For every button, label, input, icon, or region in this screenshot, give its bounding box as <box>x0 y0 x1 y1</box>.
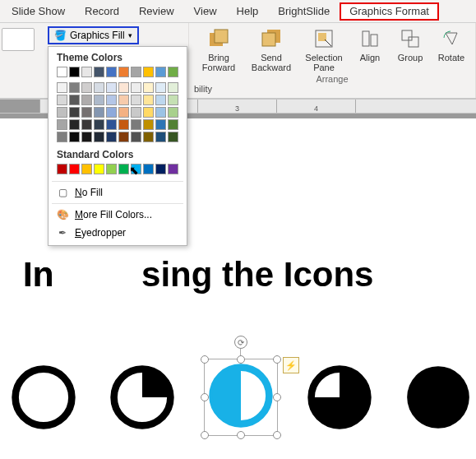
color-swatch[interactable] <box>118 119 129 130</box>
color-swatch[interactable] <box>131 82 141 93</box>
color-swatch[interactable] <box>143 164 154 174</box>
color-swatch[interactable] <box>81 164 92 174</box>
selected-shape[interactable]: ⟳ ⚡ <box>206 360 276 434</box>
resize-handle[interactable] <box>237 431 245 439</box>
color-swatch[interactable] <box>94 119 104 130</box>
color-swatch[interactable] <box>57 119 67 130</box>
color-swatch[interactable] <box>57 132 67 142</box>
color-swatch[interactable] <box>81 67 92 77</box>
circle-icon-full[interactable] <box>403 362 474 433</box>
color-swatch[interactable] <box>155 164 166 174</box>
tab-review[interactable]: Review <box>129 0 184 22</box>
tab-record[interactable]: Record <box>75 0 129 22</box>
color-swatch[interactable] <box>118 164 129 174</box>
bring-forward-button[interactable]: Bring Forward <box>196 26 242 72</box>
color-swatch[interactable] <box>69 164 80 174</box>
color-swatch[interactable] <box>131 164 141 174</box>
color-swatch[interactable] <box>81 82 92 93</box>
color-swatch[interactable] <box>155 95 166 105</box>
color-swatch[interactable] <box>69 119 80 130</box>
color-swatch[interactable] <box>168 82 178 93</box>
circle-icon-quarter[interactable] <box>107 362 178 433</box>
color-swatch[interactable] <box>106 119 117 130</box>
color-swatch[interactable] <box>118 132 129 142</box>
color-swatch[interactable] <box>94 164 104 174</box>
color-swatch[interactable] <box>131 107 141 118</box>
color-swatch[interactable] <box>106 95 117 105</box>
color-swatch[interactable] <box>106 82 117 93</box>
graphics-fill-button[interactable]: 🪣 Graphics Fill ▾ <box>48 26 139 44</box>
color-swatch[interactable] <box>94 82 104 93</box>
color-swatch[interactable] <box>106 67 117 77</box>
align-button[interactable]: Align <box>354 26 386 72</box>
color-swatch[interactable] <box>118 107 129 118</box>
color-swatch[interactable] <box>155 107 166 118</box>
color-swatch[interactable] <box>69 107 80 118</box>
smart-tag-icon[interactable]: ⚡ <box>283 357 299 373</box>
resize-handle[interactable] <box>237 355 245 364</box>
color-swatch[interactable] <box>143 107 154 118</box>
tab-brightslide[interactable]: BrightSlide <box>268 0 340 22</box>
color-swatch[interactable] <box>155 82 166 93</box>
circle-icon-three-quarter[interactable] <box>304 362 375 433</box>
color-swatch[interactable] <box>57 164 67 174</box>
color-swatch[interactable] <box>118 95 129 105</box>
color-swatch[interactable] <box>81 95 92 105</box>
color-swatch[interactable] <box>168 67 178 77</box>
color-swatch[interactable] <box>131 132 141 142</box>
selection-pane-button[interactable]: Selection Pane <box>301 26 347 72</box>
color-swatch[interactable] <box>106 132 117 142</box>
tab-slide-show[interactable]: Slide Show <box>2 0 75 22</box>
rotate-button[interactable]: Rotate <box>434 26 469 72</box>
color-swatch[interactable] <box>155 132 166 142</box>
color-swatch[interactable] <box>94 67 104 77</box>
resize-handle[interactable] <box>273 393 281 401</box>
tab-graphics-format[interactable]: Graphics Format <box>340 2 439 21</box>
rotate-handle-icon[interactable]: ⟳ <box>234 336 247 349</box>
color-swatch[interactable] <box>106 107 117 118</box>
color-swatch[interactable] <box>106 164 117 174</box>
color-swatch[interactable] <box>81 132 92 142</box>
resize-handle[interactable] <box>201 355 209 364</box>
resize-handle[interactable] <box>273 355 281 364</box>
color-swatch[interactable] <box>168 119 178 130</box>
send-backward-button[interactable]: Send Backward <box>248 26 294 72</box>
more-fill-colors-item[interactable]: 🎨 More Fill Colors... <box>49 206 187 224</box>
tab-view[interactable]: View <box>184 0 227 22</box>
color-swatch[interactable] <box>168 132 178 142</box>
no-fill-item[interactable]: ▢ No Fill <box>49 183 187 202</box>
color-swatch[interactable] <box>155 119 166 130</box>
color-swatch[interactable] <box>94 95 104 105</box>
color-swatch[interactable] <box>143 95 154 105</box>
color-swatch[interactable] <box>118 82 129 93</box>
resize-handle[interactable] <box>273 431 281 439</box>
color-swatch[interactable] <box>168 164 178 174</box>
color-swatch[interactable] <box>143 82 154 93</box>
color-swatch[interactable] <box>57 95 67 105</box>
color-swatch[interactable] <box>168 95 178 105</box>
color-swatch[interactable] <box>118 67 129 77</box>
color-swatch[interactable] <box>69 132 80 142</box>
color-swatch[interactable] <box>131 67 141 77</box>
color-swatch[interactable] <box>57 82 67 93</box>
color-swatch[interactable] <box>143 119 154 130</box>
color-swatch[interactable] <box>94 107 104 118</box>
color-swatch[interactable] <box>131 95 141 105</box>
circle-icon-empty[interactable] <box>8 362 79 433</box>
resize-handle[interactable] <box>201 431 209 439</box>
tab-help[interactable]: Help <box>227 0 269 22</box>
color-swatch[interactable] <box>69 82 80 93</box>
color-swatch[interactable] <box>131 119 141 130</box>
group-button[interactable]: Group <box>393 26 427 72</box>
color-swatch[interactable] <box>69 67 80 77</box>
color-swatch[interactable] <box>81 107 92 118</box>
slide-thumbnail[interactable] <box>2 28 35 51</box>
color-swatch[interactable] <box>94 132 104 142</box>
color-swatch[interactable] <box>143 132 154 142</box>
color-swatch[interactable] <box>155 67 166 77</box>
color-swatch[interactable] <box>69 95 80 105</box>
color-swatch[interactable] <box>168 107 178 118</box>
eyedropper-item[interactable]: ✒ Eyedropper <box>49 224 187 242</box>
color-swatch[interactable] <box>143 67 154 77</box>
color-swatch[interactable] <box>81 119 92 130</box>
